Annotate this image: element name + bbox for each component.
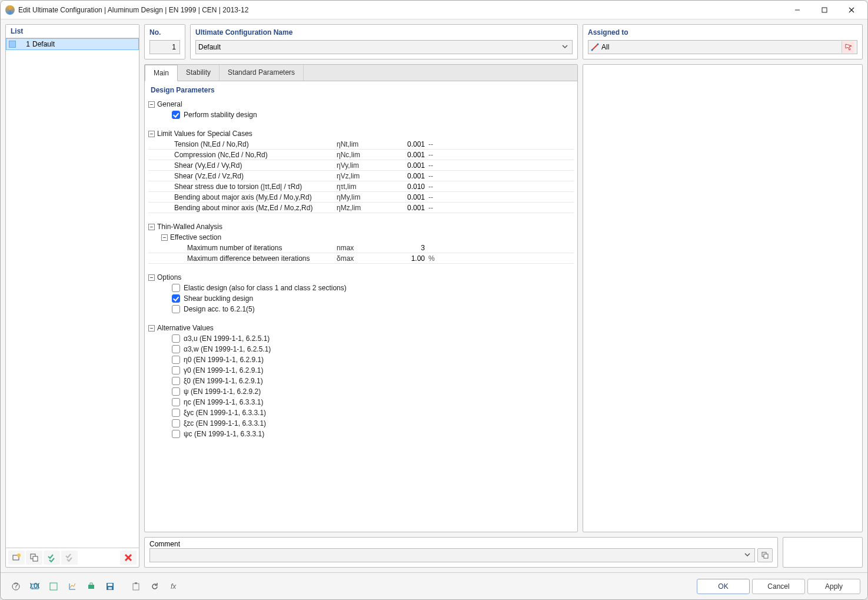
alt-value-row[interactable]: η0 (EN 1999-1-1, 6.2.9.1) <box>148 354 574 365</box>
tab-standard-parameters[interactable]: Standard Parameters <box>220 65 304 81</box>
option-perform-stability[interactable]: Perform stability design <box>148 110 574 120</box>
limit-row-value[interactable]: 0.001 <box>384 204 425 212</box>
group-effective-section[interactable]: − Effective section <box>148 232 574 243</box>
alt-value-row[interactable]: α3,w (EN 1999-1-1, 6.2.5.1) <box>148 344 574 354</box>
checkbox[interactable] <box>172 284 180 292</box>
no-input[interactable] <box>149 40 180 54</box>
limit-row-value[interactable]: 0.001 <box>384 172 425 180</box>
cancel-button[interactable]: Cancel <box>752 579 805 594</box>
checkbox[interactable] <box>172 356 180 364</box>
list-item[interactable]: 1 Default <box>6 38 139 50</box>
alt-value-row[interactable]: ξ0 (EN 1999-1-1, 6.2.9.1) <box>148 376 574 386</box>
tool-button-3[interactable] <box>83 579 99 594</box>
reset-button[interactable] <box>147 579 163 594</box>
name-select[interactable]: Default <box>195 40 573 54</box>
option-row[interactable]: Shear buckling design <box>148 293 574 304</box>
list-body[interactable]: 1 Default <box>6 38 139 548</box>
limit-row[interactable]: Shear stress due to torsion (|τt,Ed| / τ… <box>148 181 574 192</box>
close-button[interactable] <box>838 1 865 19</box>
parameters-tree[interactable]: − General Perform stability design − Lim… <box>145 99 577 532</box>
limit-row-value[interactable]: 0.001 <box>384 161 425 170</box>
apply-button[interactable]: Apply <box>807 579 860 594</box>
check-all-button[interactable] <box>44 551 60 565</box>
delete-item-button[interactable] <box>120 551 137 565</box>
tab-main[interactable]: Main <box>145 65 178 81</box>
limit-row[interactable]: Bending about major axis (My,Ed / Mo,y,R… <box>148 192 574 203</box>
checkbox[interactable] <box>172 345 180 353</box>
copy-item-button[interactable] <box>26 551 42 565</box>
minimize-button[interactable] <box>784 1 811 19</box>
checkbox[interactable] <box>172 430 180 438</box>
alt-value-row[interactable]: ηc (EN 1999-1-1, 6.3.3.1) <box>148 397 574 407</box>
svg-rect-1 <box>822 8 827 12</box>
checkbox[interactable] <box>172 294 180 303</box>
maximize-button[interactable] <box>811 1 838 19</box>
checkbox[interactable] <box>172 419 180 427</box>
new-item-button[interactable] <box>8 551 25 565</box>
svg-rect-20 <box>88 585 94 589</box>
limit-row[interactable]: Shear (Vz,Ed / Vz,Rd)ηVz,lim0.001-- <box>148 171 574 181</box>
help-button[interactable]: ? <box>8 579 24 594</box>
checkbox[interactable] <box>172 409 180 417</box>
checkbox[interactable] <box>172 366 180 374</box>
limit-row[interactable]: Tension (Nt,Ed / No,Rd)ηNt,lim0.001-- <box>148 139 574 150</box>
alt-value-row[interactable]: ψc (EN 1999-1-1, 6.3.3.1) <box>148 429 574 439</box>
units-button[interactable]: 0,00 <box>26 579 43 594</box>
comment-input[interactable] <box>149 548 755 562</box>
limit-row-symbol: ηNt,lim <box>337 140 384 148</box>
tool-button-2[interactable] <box>64 579 81 594</box>
limit-row-name: Shear (Vz,Ed / Vz,Rd) <box>148 172 337 180</box>
collapse-icon[interactable]: − <box>148 101 155 108</box>
alt-value-row[interactable]: ξzc (EN 1999-1-1, 6.3.3.1) <box>148 418 574 429</box>
limit-row-value[interactable]: 0.001 <box>384 193 425 201</box>
group-options[interactable]: − Options <box>148 272 574 283</box>
thin-row[interactable]: Maximum difference between iterationsδma… <box>148 253 574 264</box>
uncheck-all-button[interactable] <box>61 551 78 565</box>
thin-row-value[interactable]: 1.00 <box>384 254 425 263</box>
comment-edit-button[interactable] <box>757 548 773 562</box>
group-thin-walled[interactable]: − Thin-Walled Analysis <box>148 221 574 232</box>
alt-value-row[interactable]: γ0 (EN 1999-1-1, 6.2.9.1) <box>148 365 574 376</box>
alt-value-row[interactable]: ξyc (EN 1999-1-1, 6.3.3.1) <box>148 407 574 418</box>
checkbox[interactable] <box>172 387 180 396</box>
collapse-icon[interactable]: − <box>148 274 155 281</box>
function-button[interactable]: fx <box>165 579 182 594</box>
ok-button[interactable]: OK <box>697 579 750 594</box>
assigned-control[interactable]: All <box>588 40 857 54</box>
dialog-body: List 1 Default <box>1 19 867 572</box>
collapse-icon[interactable]: − <box>148 224 155 230</box>
option-row[interactable]: Elastic design (also for class 1 and cla… <box>148 283 574 293</box>
thin-row[interactable]: Maximum number of iterationsnmax3 <box>148 243 574 253</box>
svg-rect-14 <box>764 554 768 558</box>
collapse-icon[interactable]: − <box>161 234 168 241</box>
alt-value-row[interactable]: α3,u (EN 1999-1-1, 6.2.5.1) <box>148 333 574 344</box>
assigned-pick-button[interactable] <box>842 41 854 53</box>
collapse-icon[interactable]: − <box>148 131 155 137</box>
alt-value-row[interactable]: ψ (EN 1999-1-1, 6.2.9.2) <box>148 386 574 397</box>
group-alternative-values[interactable]: − Alternative Values <box>148 323 574 333</box>
limit-row-value[interactable]: 0.010 <box>384 183 425 191</box>
option-row[interactable]: Design acc. to 6.2.1(5) <box>148 304 574 314</box>
checkbox[interactable] <box>172 398 180 406</box>
checkbox[interactable] <box>172 305 180 313</box>
limit-row[interactable]: Compression (Nc,Ed / No,Rd)ηNc,lim0.001-… <box>148 150 574 160</box>
limit-row[interactable]: Bending about minor axis (Mz,Ed / Mo,z,R… <box>148 203 574 213</box>
tool-button-1[interactable] <box>45 579 62 594</box>
tab-stability[interactable]: Stability <box>178 65 220 81</box>
thin-row-name: Maximum difference between iterations <box>148 254 337 263</box>
limit-row-value[interactable]: 0.001 <box>384 151 425 159</box>
save-config-button[interactable] <box>102 579 118 594</box>
thin-row-value[interactable]: 3 <box>384 244 425 252</box>
checkbox[interactable] <box>172 334 180 343</box>
svg-text:fx: fx <box>171 582 177 591</box>
group-general[interactable]: − General <box>148 99 574 110</box>
limit-row[interactable]: Shear (Vy,Ed / Vy,Rd)ηVy,lim0.001-- <box>148 160 574 171</box>
group-limit-values[interactable]: − Limit Values for Special Cases <box>148 128 574 139</box>
clipboard-button[interactable] <box>128 579 144 594</box>
collapse-icon[interactable]: − <box>148 325 155 332</box>
design-parameters-title: Design Parameters <box>145 81 577 99</box>
svg-rect-23 <box>108 587 112 589</box>
limit-row-value[interactable]: 0.001 <box>384 140 425 148</box>
checkbox-perform-stability[interactable] <box>172 111 180 119</box>
checkbox[interactable] <box>172 377 180 385</box>
